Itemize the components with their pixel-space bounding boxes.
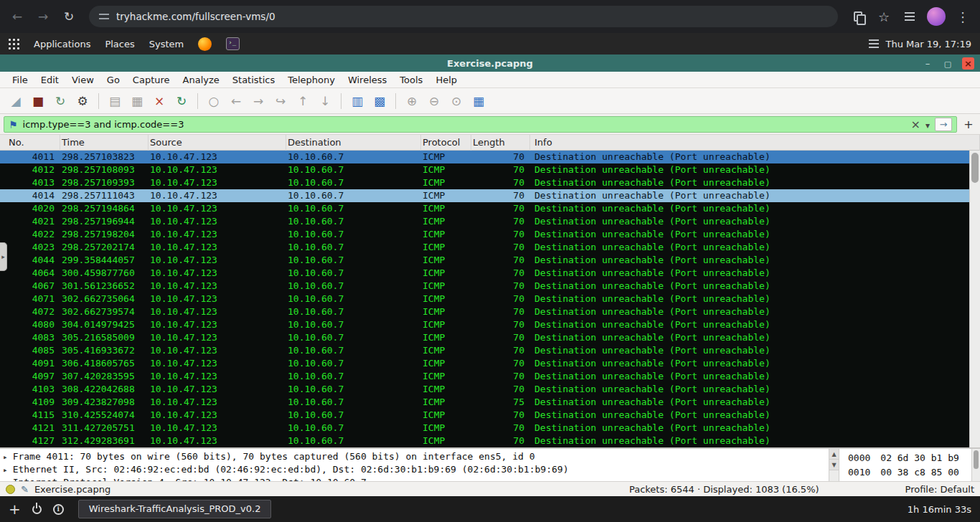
packet-row[interactable]: 4014298.25711104310.10.47.12310.10.60.7I… (0, 189, 969, 202)
scroll-up-icon[interactable] (829, 449, 839, 460)
packet-row[interactable]: 4044299.35844405710.10.47.12310.10.60.7I… (0, 254, 969, 267)
stop-capture-icon[interactable]: ■ (28, 91, 48, 111)
capture-options-icon[interactable]: ⚙ (72, 91, 93, 111)
column-header-time[interactable]: Time (60, 135, 149, 151)
display-filter-input[interactable] (4, 116, 957, 133)
packet-row[interactable]: 4083305.21658500910.10.47.12310.10.60.7I… (0, 331, 969, 344)
colorize-icon[interactable]: ▩ (369, 91, 390, 111)
menu-capture[interactable]: Capture (126, 75, 176, 85)
desktop-clock[interactable]: Thu Mar 19, 17:19 (886, 39, 971, 49)
scroll-down-icon[interactable] (829, 460, 839, 470)
scrollbar-thumb[interactable] (971, 153, 979, 183)
clipboard-icon[interactable] (847, 5, 870, 28)
details-scrollbar[interactable] (829, 449, 839, 481)
reload-file-icon[interactable]: ↻ (171, 91, 192, 111)
status-profile[interactable]: Profile: Default (905, 484, 974, 495)
hex-row[interactable]: 001000 38 c8 85 00 (848, 465, 971, 480)
packet-row[interactable]: 4097307.42028359510.10.47.12310.10.60.7I… (0, 370, 969, 383)
hex-row[interactable]: 000002 6d 30 b1 b9 (848, 451, 971, 465)
menu-help[interactable]: Help (429, 75, 463, 85)
address-bar[interactable]: tryhackme.com/fullscreen-vms/0 (89, 6, 838, 27)
packet-row[interactable]: 4127312.42928369110.10.47.12310.10.60.7I… (0, 435, 969, 447)
menu-statistics[interactable]: Statistics (226, 75, 281, 85)
power-icon[interactable] (32, 505, 42, 514)
site-info-icon[interactable] (99, 12, 109, 21)
filter-dropdown-icon[interactable] (925, 118, 930, 131)
menu-go[interactable]: Go (100, 75, 126, 85)
maximize-button[interactable] (942, 58, 953, 69)
column-header-info[interactable]: Info (530, 135, 980, 151)
add-icon[interactable] (9, 500, 21, 518)
detail-line[interactable]: ▸Internet Protocol Version 4, Src: 10.10… (3, 476, 829, 481)
column-header-length[interactable]: Length (471, 135, 530, 151)
packet-row[interactable]: 4080304.01497942510.10.47.12310.10.60.7I… (0, 318, 969, 331)
last-packet-icon[interactable]: ↓ (315, 91, 335, 111)
packet-row[interactable]: 4067301.56123665210.10.47.12310.10.60.7I… (0, 280, 969, 293)
packet-list-scrollbar[interactable] (969, 151, 980, 447)
forward-icon[interactable] (32, 5, 55, 28)
close-button[interactable] (962, 57, 974, 70)
close-file-icon[interactable]: × (149, 91, 169, 111)
packet-row[interactable]: 4013298.25710939310.10.47.12310.10.60.7I… (0, 176, 969, 189)
packet-row[interactable]: 4091306.41860576510.10.47.12310.10.60.7I… (0, 357, 969, 370)
detail-line[interactable]: ▸Frame 4011: 70 bytes on wire (560 bits)… (3, 450, 829, 463)
hex-scrollbar[interactable] (971, 449, 980, 481)
filter-clear-icon[interactable] (911, 118, 920, 131)
filter-apply-icon[interactable] (935, 118, 952, 131)
detail-line[interactable]: ▸Ethernet II, Src: 02:46:92:ec:ed:bd (02… (3, 463, 829, 476)
menu-wireless[interactable]: Wireless (341, 75, 393, 85)
desktop-menu-system[interactable]: System (149, 39, 184, 49)
find-packet-icon[interactable]: ○ (204, 91, 224, 111)
firefox-icon[interactable] (198, 37, 212, 51)
save-file-icon[interactable]: ▦ (127, 91, 147, 111)
extensions-icon[interactable] (898, 5, 921, 28)
menu-view[interactable]: View (65, 75, 100, 85)
expand-arrow-icon[interactable]: ▸ (3, 465, 8, 475)
profile-avatar[interactable] (927, 7, 946, 26)
go-back-icon[interactable]: ← (226, 91, 246, 111)
zoom-out-icon[interactable]: ⊖ (424, 91, 444, 111)
restart-capture-icon[interactable]: ↻ (50, 91, 70, 111)
reload-icon[interactable] (57, 5, 80, 28)
menu-file[interactable]: File (6, 75, 34, 85)
packet-row[interactable]: 4023298.25720217410.10.47.12310.10.60.7I… (0, 241, 969, 254)
capture-comment-icon[interactable] (21, 484, 29, 495)
packet-row[interactable]: 4021298.25719694410.10.47.12310.10.60.7I… (0, 215, 969, 228)
column-header-protocol[interactable]: Protocol (421, 135, 471, 151)
go-to-packet-icon[interactable]: ↪ (270, 91, 291, 111)
filter-bookmark-icon[interactable] (9, 118, 18, 131)
open-file-icon[interactable]: ▤ (105, 91, 125, 111)
resize-columns-icon[interactable]: ▦ (468, 91, 489, 111)
desktop-menu-applications[interactable]: Applications (34, 39, 90, 49)
bookmark-star-icon[interactable] (872, 5, 895, 28)
packet-row[interactable]: 4071302.66273506410.10.47.12310.10.60.7I… (0, 293, 969, 305)
packet-row[interactable]: 4103308.42204268810.10.47.12310.10.60.7I… (0, 383, 969, 396)
column-header-destination[interactable]: Destination (286, 135, 421, 151)
menu-telephony[interactable]: Telephony (281, 75, 341, 85)
packet-row[interactable]: 4020298.25719486410.10.47.12310.10.60.7I… (0, 202, 969, 215)
menu-edit[interactable]: Edit (34, 75, 65, 85)
packet-row[interactable]: 4121311.42720575110.10.47.12310.10.60.7I… (0, 422, 969, 435)
filter-text-input[interactable] (23, 119, 906, 130)
info-icon[interactable] (53, 504, 64, 515)
zoom-in-icon[interactable]: ⊕ (402, 91, 422, 111)
auto-scroll-icon[interactable]: ▥ (347, 91, 367, 111)
notifications-icon[interactable] (869, 39, 879, 48)
expert-info-icon[interactable] (6, 485, 15, 494)
column-header-source[interactable]: Source (149, 135, 286, 151)
hex-scrollbar-thumb[interactable] (974, 450, 979, 469)
packet-row[interactable]: 4072302.66273957410.10.47.12310.10.60.7I… (0, 305, 969, 318)
applications-grid-icon[interactable] (9, 39, 19, 49)
packet-row[interactable]: 4085305.41693367210.10.47.12310.10.60.7I… (0, 344, 969, 357)
minimize-button[interactable] (922, 58, 933, 69)
filter-add-button[interactable] (961, 116, 976, 132)
column-header-no[interactable]: No. (0, 135, 60, 151)
start-capture-icon[interactable]: ◢ (6, 91, 26, 111)
packet-row[interactable]: 4115310.42552407410.10.47.12310.10.60.7I… (0, 409, 969, 422)
packet-row[interactable]: 4012298.25710809310.10.47.12310.10.60.7I… (0, 163, 969, 176)
packet-row[interactable]: 4064300.45987776010.10.47.12310.10.60.7I… (0, 267, 969, 280)
panel-handle[interactable] (0, 242, 7, 271)
desktop-menu-places[interactable]: Places (105, 39, 134, 49)
back-icon[interactable] (6, 5, 29, 28)
menu-tools[interactable]: Tools (393, 75, 429, 85)
